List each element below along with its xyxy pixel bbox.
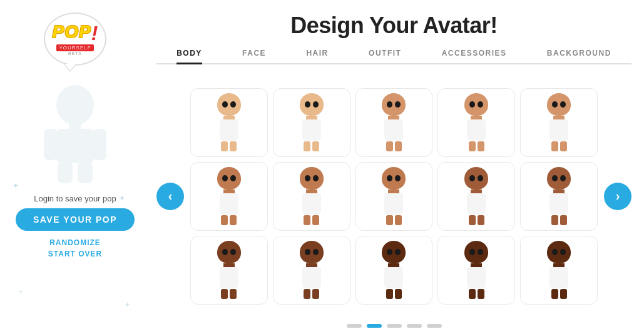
funko-figure: [217, 167, 241, 225]
avatar-card-0-1[interactable]: [273, 88, 350, 157]
funko-head: [464, 241, 488, 263]
svg-point-0: [56, 85, 94, 125]
grid-area: ‹: [156, 73, 631, 319]
chevron-right-icon: ›: [616, 189, 620, 203]
svg-rect-1: [69, 122, 81, 129]
funko-leg-right: [312, 289, 319, 299]
funko-head: [547, 167, 571, 190]
funko-eye-right: [395, 249, 401, 255]
funko-figure: [464, 167, 488, 225]
funko-leg-left: [551, 215, 558, 225]
avatar-card-1-2[interactable]: [355, 162, 433, 231]
tab-hair[interactable]: HAIR: [306, 49, 328, 63]
logo-beta: BETA: [68, 51, 82, 56]
funko-leg-left: [551, 141, 558, 151]
randomize-link[interactable]: RANDOMIZE: [49, 238, 101, 247]
funko-head: [547, 93, 571, 116]
funko-figure: [547, 167, 571, 225]
avatar-card-0-4[interactable]: [520, 88, 598, 157]
funko-legs: [469, 215, 484, 225]
next-button[interactable]: ›: [604, 183, 631, 210]
pagination-dot-3[interactable]: [407, 324, 422, 328]
start-over-link[interactable]: START OVER: [48, 250, 102, 258]
funko-eye-left: [469, 101, 475, 108]
logo-container: POP! YOURSELF BETA: [44, 13, 106, 66]
funko-figure: [547, 93, 571, 151]
funko-leg-left: [386, 141, 393, 151]
funko-body: [384, 119, 403, 141]
tab-face[interactable]: FACE: [242, 49, 266, 63]
funko-figure: [382, 241, 406, 299]
save-your-pop-button[interactable]: SAVE YOUR POP: [16, 208, 135, 231]
funko-eye-left: [552, 101, 558, 108]
pagination-dot-4[interactable]: [427, 324, 442, 328]
funko-legs: [221, 215, 237, 225]
funko-leg-right: [230, 289, 237, 299]
deco-star-4: +: [125, 300, 130, 309]
avatar-card-0-0[interactable]: [190, 88, 268, 157]
avatar-card-0-2[interactable]: [355, 88, 433, 157]
avatar-card-2-0[interactable]: [190, 236, 268, 305]
avatar-preview: [28, 78, 122, 188]
funko-legs: [386, 289, 402, 299]
funko-leg-left: [304, 289, 310, 299]
funko-eye-right: [478, 101, 483, 108]
funko-leg-right: [312, 141, 319, 151]
avatar-card-2-1[interactable]: [273, 236, 350, 305]
avatar-card-2-4[interactable]: [520, 236, 598, 305]
avatar-card-2-3[interactable]: [437, 236, 515, 305]
funko-legs: [221, 141, 237, 151]
avatar-card-1-1[interactable]: [273, 162, 350, 231]
tab-accessories[interactable]: ACCESSORIES: [442, 49, 507, 63]
funko-legs: [386, 215, 402, 225]
funko-leg-right: [560, 215, 567, 225]
deco-star-1: ✦: [13, 181, 19, 190]
svg-rect-4: [93, 129, 106, 160]
tab-background[interactable]: BACKGROUND: [547, 49, 611, 63]
funko-body: [384, 267, 403, 288]
avatar-card-1-0[interactable]: [190, 162, 268, 231]
funko-head: [217, 93, 241, 116]
avatar-card-1-4[interactable]: [520, 162, 598, 231]
funko-head: [464, 167, 488, 190]
funko-leg-right: [560, 141, 567, 151]
funko-eye-left: [305, 101, 310, 108]
funko-eye-left: [387, 101, 392, 108]
funko-eye-right: [313, 101, 319, 108]
avatar-card-2-2[interactable]: [355, 236, 433, 305]
funko-body: [549, 119, 568, 141]
pagination-dot-2[interactable]: [387, 324, 402, 328]
funko-leg-left: [469, 215, 476, 225]
funko-figure: [217, 241, 241, 299]
funko-eye-left: [552, 175, 558, 181]
funko-leg-left: [221, 289, 228, 299]
pagination-dot-0[interactable]: [347, 324, 362, 328]
avatar-card-1-3[interactable]: [437, 162, 515, 231]
funko-eye-right: [478, 249, 483, 255]
funko-leg-right: [395, 141, 402, 151]
page-title: Design Your Avatar!: [156, 13, 631, 39]
funko-legs: [386, 141, 402, 151]
funko-leg-right: [478, 215, 484, 225]
funko-figure: [300, 167, 324, 225]
funko-legs: [469, 141, 484, 151]
funko-leg-left: [386, 215, 393, 225]
funko-body: [467, 119, 486, 141]
svg-rect-6: [78, 161, 93, 183]
funko-eye-left: [387, 175, 392, 181]
deco-star-2: ✦: [119, 194, 125, 203]
avatar-card-0-3[interactable]: [437, 88, 515, 157]
logo-bubble: POP! YOURSELF BETA: [44, 13, 106, 66]
funko-eye-left: [469, 175, 475, 181]
pagination-dot-1[interactable]: [367, 324, 382, 328]
funko-head: [382, 241, 406, 263]
funko-body: [220, 193, 238, 215]
tab-body[interactable]: BODY: [176, 49, 202, 64]
funko-head: [300, 241, 324, 263]
funko-leg-left: [221, 215, 228, 225]
prev-button[interactable]: ‹: [156, 183, 184, 210]
funko-head: [464, 93, 488, 116]
funko-eye-right: [560, 249, 566, 255]
tab-outfit[interactable]: OUTFIT: [369, 49, 401, 63]
avatar-silhouette-svg: [38, 83, 113, 183]
